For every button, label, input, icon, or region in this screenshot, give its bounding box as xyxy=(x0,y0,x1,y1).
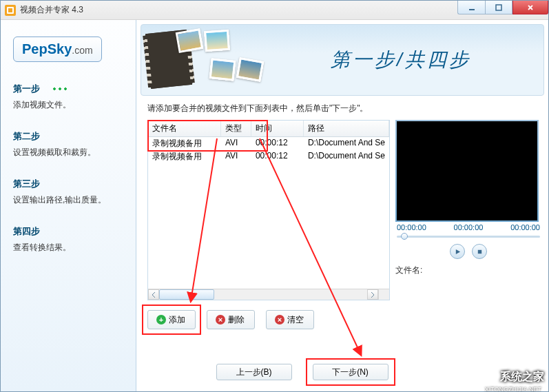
banner-art xyxy=(148,29,258,91)
app-icon xyxy=(5,5,16,16)
step-4-desc: 查看转换结果。 xyxy=(13,242,123,254)
file-table: 文件名 类型 时间 路径 录制视频备用 AVI 00:00:12 D:\Docu… xyxy=(147,120,390,300)
brand-logo: PepSky.com xyxy=(13,37,123,62)
time-current: 00:00:00 xyxy=(454,223,484,231)
x-icon: × xyxy=(216,315,225,324)
step-4-title: 第四步 xyxy=(13,225,123,238)
seek-slider[interactable] xyxy=(397,233,540,240)
step-1-desc: 添加视频文件。 xyxy=(13,99,123,111)
svg-rect-4 xyxy=(496,5,501,10)
video-preview xyxy=(395,120,539,222)
col-type[interactable]: 类型 xyxy=(221,121,251,136)
sidebar: PepSky.com 第一步 添加视频文件。第二步 设置视频截取和裁剪。第三步 … xyxy=(1,20,136,391)
horizontal-scrollbar[interactable] xyxy=(148,289,378,300)
step-2-title: 第二步 xyxy=(13,130,123,143)
svg-rect-2 xyxy=(8,8,12,12)
step-1-title: 第一步 xyxy=(13,83,123,95)
stop-button[interactable] xyxy=(472,244,487,259)
col-time[interactable]: 时间 xyxy=(251,121,304,136)
col-filename[interactable]: 文件名 xyxy=(148,121,221,136)
watermark: 系统之家 xyxy=(479,368,544,386)
time-start: 00:00:00 xyxy=(397,223,426,231)
table-row[interactable]: 录制视频备用 AVI 00:00:12 D:\Document And Se xyxy=(148,137,389,150)
plus-icon: + xyxy=(156,315,166,324)
scrollbar-thumb[interactable] xyxy=(159,289,214,300)
step-2-desc: 设置视频截取和裁剪。 xyxy=(13,147,123,158)
table-row[interactable]: 录制视频备用 AVI 00:00:12 D:\Document And Se xyxy=(148,150,389,163)
preview-filename-label: 文件名: xyxy=(395,265,541,276)
minimize-button[interactable] xyxy=(457,1,485,14)
add-button[interactable]: + 添加 xyxy=(147,310,196,329)
next-button[interactable]: 下一步(N) xyxy=(313,364,389,380)
x-icon: × xyxy=(275,315,284,324)
window-title: 视频合并专家 4.3 xyxy=(20,4,457,16)
scroll-right-icon[interactable] xyxy=(367,289,378,300)
watermark-url: XITONGZHIJIA.NET xyxy=(485,386,541,392)
step-banner: 第一步/共四步 xyxy=(141,24,544,96)
step-3-desc: 设置输出路径,输出质量。 xyxy=(13,194,123,206)
maximize-button[interactable] xyxy=(485,1,512,14)
svg-rect-5 xyxy=(477,249,481,253)
close-button[interactable] xyxy=(512,1,548,14)
step-3-title: 第三步 xyxy=(13,178,123,190)
clear-button[interactable]: × 清空 xyxy=(266,310,314,329)
col-path[interactable]: 路径 xyxy=(304,121,389,136)
titlebar: 视频合并专家 4.3 xyxy=(1,1,548,20)
banner-title: 第一步/共四步 xyxy=(258,47,543,73)
prev-button[interactable]: 上一步(B) xyxy=(216,364,292,380)
table-header: 文件名 类型 时间 路径 xyxy=(148,121,389,137)
preview-panel: 00:00:00 00:00:00 00:00:00 文件名: xyxy=(395,120,541,329)
time-end: 00:00:00 xyxy=(510,223,540,231)
delete-button[interactable]: × 删除 xyxy=(207,310,255,329)
svg-rect-3 xyxy=(469,9,475,10)
instruction-text: 请添加要合并的视频文件到下面列表中，然后单击"下一步"。 xyxy=(147,103,537,114)
scroll-left-icon[interactable] xyxy=(148,289,159,300)
play-button[interactable] xyxy=(450,244,465,259)
